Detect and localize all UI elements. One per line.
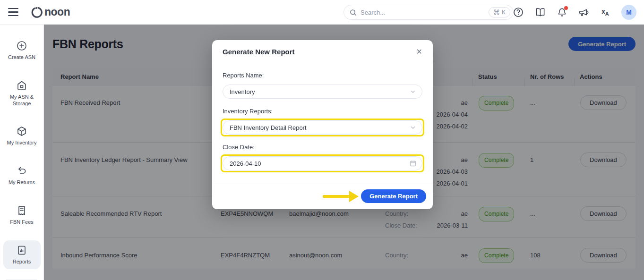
highlight-box: 2026-04-10 bbox=[221, 154, 424, 172]
command-key-icon: ⌘ bbox=[493, 8, 500, 16]
field-label: Reports Name: bbox=[223, 72, 422, 79]
field-label: Inventory Reports: bbox=[223, 108, 422, 115]
modal-title: Generate New Report bbox=[223, 48, 295, 56]
noon-logo[interactable]: noon bbox=[31, 6, 70, 18]
return-arrow-icon bbox=[16, 165, 27, 177]
search-bar[interactable]: ⌘ K bbox=[343, 5, 514, 20]
notifications-icon[interactable] bbox=[556, 7, 567, 18]
pointer-arrow bbox=[323, 191, 359, 202]
search-input[interactable] bbox=[361, 9, 489, 16]
sidebar-item-create-asn[interactable]: Create ASN bbox=[3, 36, 41, 65]
avatar[interactable]: M bbox=[621, 5, 636, 20]
sidebar-item-label: FBN Fees bbox=[10, 219, 34, 226]
menu-icon[interactable] bbox=[8, 8, 20, 17]
sidebar-item-reports[interactable]: Reports bbox=[3, 240, 41, 270]
receipt-icon bbox=[16, 205, 27, 216]
search-icon bbox=[350, 9, 357, 16]
sidebar-item-label: My Returns bbox=[9, 179, 35, 186]
top-bar: noon ⌘ K bbox=[0, 0, 644, 25]
chevron-down-icon bbox=[410, 124, 416, 131]
sidebar-item-my-inventory[interactable]: My Inventory bbox=[3, 121, 41, 151]
highlight-box: FBN Inventory Detail Report bbox=[221, 119, 424, 136]
noon-logo-icon bbox=[31, 6, 43, 18]
field-label: Close Date: bbox=[223, 144, 422, 151]
close-icon[interactable]: ✕ bbox=[416, 47, 422, 56]
guide-icon[interactable] bbox=[534, 7, 546, 18]
reports-name-field: Reports Name: Inventory bbox=[223, 72, 422, 101]
plus-circle-icon bbox=[16, 40, 27, 51]
sidebar-item-my-returns[interactable]: My Returns bbox=[3, 161, 41, 190]
box-icon bbox=[16, 126, 27, 137]
notification-badge-dot bbox=[564, 6, 568, 10]
logo-wordmark: noon bbox=[44, 6, 70, 18]
generate-new-report-modal: Generate New Report ✕ Reports Name: Inve… bbox=[212, 40, 433, 209]
chevron-down-icon bbox=[410, 88, 416, 95]
inventory-reports-select[interactable]: FBN Inventory Detail Report bbox=[223, 120, 422, 135]
announcements-icon[interactable] bbox=[578, 7, 589, 18]
report-chart-icon bbox=[16, 245, 27, 256]
sidebar-item-label: My Inventory bbox=[7, 140, 37, 146]
close-date-input[interactable]: 2026-04-10 bbox=[223, 156, 422, 170]
keyboard-shortcut-badge: ⌘ K bbox=[489, 7, 510, 17]
sidebar: Create ASN My ASN & Storage My Inventory… bbox=[0, 25, 44, 280]
sidebar-item-my-asn-storage[interactable]: My ASN & Storage bbox=[3, 76, 41, 111]
calendar-icon bbox=[410, 160, 416, 167]
close-date-field: Close Date: 2026-04-10 bbox=[223, 144, 422, 172]
top-icon-group: x̄A M bbox=[513, 0, 636, 25]
sidebar-item-label: My ASN & Storage bbox=[5, 94, 39, 107]
translate-icon[interactable]: x̄A bbox=[600, 7, 611, 18]
reports-name-select[interactable]: Inventory bbox=[223, 85, 422, 99]
sidebar-item-label: Create ASN bbox=[8, 54, 35, 61]
sidebar-item-fbn-fees[interactable]: FBN Fees bbox=[3, 201, 41, 230]
inventory-reports-field: Inventory Reports: FBN Inventory Detail … bbox=[223, 108, 422, 136]
sidebar-item-label: Reports bbox=[13, 259, 31, 265]
help-icon[interactable] bbox=[513, 7, 524, 18]
modal-generate-report-button[interactable]: Generate Report bbox=[361, 189, 426, 203]
warehouse-icon bbox=[16, 80, 27, 91]
